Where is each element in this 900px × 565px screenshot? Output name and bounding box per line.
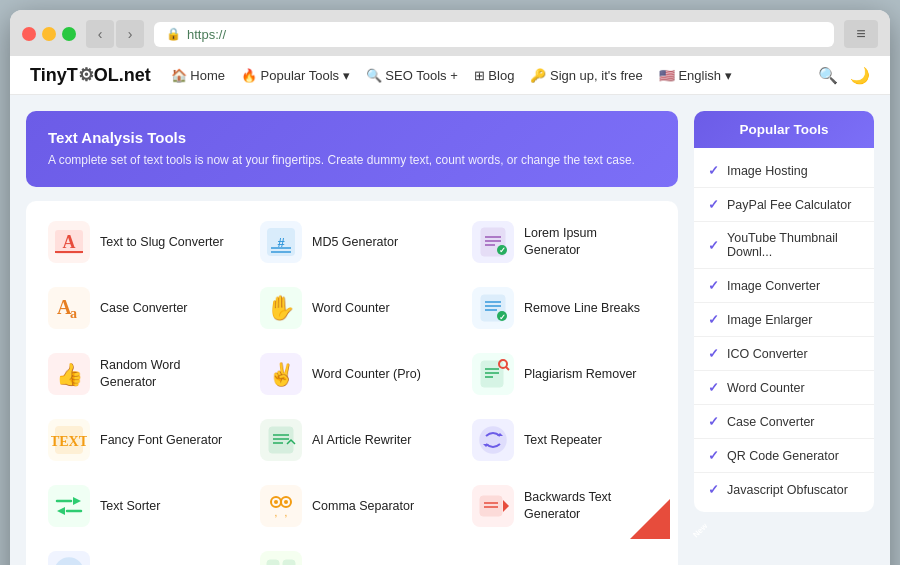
sidebar-list: ✓ Image Hosting ✓ PayPal Fee Calculator … xyxy=(694,148,874,512)
tool-text-compare[interactable]: ? Text Compare xyxy=(246,539,458,565)
hero-title: Text Analysis Tools xyxy=(48,129,656,146)
sidebar-item-ico[interactable]: ✓ ICO Converter xyxy=(694,337,874,371)
check-icon: ✓ xyxy=(708,414,719,429)
search-icon[interactable]: 🔍 xyxy=(818,66,838,85)
sidebar-item-youtube[interactable]: ✓ YouTube Thumbnail Downl... xyxy=(694,222,874,269)
tool-name-word-counter: Word Counter xyxy=(312,300,390,317)
close-button[interactable] xyxy=(22,27,36,41)
url-text: https:// xyxy=(187,27,226,42)
svg-text:✓: ✓ xyxy=(499,246,506,255)
tool-fancy-font[interactable]: TEXT Fancy Font Generator xyxy=(34,407,246,473)
hero-banner: Text Analysis Tools A complete set of te… xyxy=(26,111,678,187)
tool-case[interactable]: A a Case Converter xyxy=(34,275,246,341)
sidebar-item-label: QR Code Generator xyxy=(727,449,839,463)
svg-text:a: a xyxy=(70,306,77,321)
svg-text:✌: ✌ xyxy=(268,361,296,388)
content-left: Text Analysis Tools A complete set of te… xyxy=(26,111,678,565)
sidebar-item-case-converter[interactable]: ✓ Case Converter xyxy=(694,405,874,439)
tool-md5[interactable]: # MD5 Generator xyxy=(246,209,458,275)
check-icon: ✓ xyxy=(708,163,719,178)
tool-icon-word: ✋ xyxy=(260,287,302,329)
tool-random-word[interactable]: 👍 Random Word Generator xyxy=(34,341,246,407)
dark-mode-icon[interactable]: 🌙 xyxy=(850,66,870,85)
sidebar-item-qr-code[interactable]: ✓ QR Code Generator xyxy=(694,439,874,473)
tools-grid: A Text to Slug Converter # xyxy=(26,201,678,565)
tool-name-md5: MD5 Generator xyxy=(312,234,398,251)
check-icon: ✓ xyxy=(708,346,719,361)
sidebar-item-paypal[interactable]: ✓ PayPal Fee Calculator xyxy=(694,188,874,222)
sidebar-item-label: Image Converter xyxy=(727,279,820,293)
sidebar-item-image-converter[interactable]: ✓ Image Converter xyxy=(694,269,874,303)
nav-home[interactable]: 🏠 Home xyxy=(171,68,225,83)
tool-icon-ai xyxy=(260,419,302,461)
tool-name-text-sorter: Text Sorter xyxy=(100,498,160,515)
nav-language[interactable]: 🇺🇸 English ▾ xyxy=(659,68,732,83)
sidebar-item-image-hosting[interactable]: ✓ Image Hosting xyxy=(694,154,874,188)
nav-signup[interactable]: 🔑 Sign up, it's free xyxy=(530,68,642,83)
check-icon: ✓ xyxy=(708,380,719,395)
tool-word-counter-pro[interactable]: ✌ Word Counter (Pro) xyxy=(246,341,458,407)
sidebar-item-label: YouTube Thumbnail Downl... xyxy=(727,231,860,259)
svg-rect-55 xyxy=(267,560,279,565)
nav-blog[interactable]: ⊞ Blog xyxy=(474,68,515,83)
tool-name-fancy-font: Fancy Font Generator xyxy=(100,432,222,449)
nav-popular-tools[interactable]: 🔥 Popular Tools ▾ xyxy=(241,68,350,83)
tool-icon-lorem: ✓ xyxy=(472,221,514,263)
new-badge-backwards xyxy=(630,499,670,539)
check-icon: ✓ xyxy=(708,312,719,327)
tool-name-text-repeater: Text Repeater xyxy=(524,432,602,449)
sidebar-item-word-counter[interactable]: ✓ Word Counter xyxy=(694,371,874,405)
tool-text-sorter[interactable]: Text Sorter xyxy=(34,473,246,539)
svg-text:✓: ✓ xyxy=(499,313,506,322)
lock-icon: 🔒 xyxy=(166,27,181,41)
tool-icon-text-repeater xyxy=(472,419,514,461)
back-button[interactable]: ‹ xyxy=(86,20,114,48)
tool-icon-backwards xyxy=(472,485,514,527)
browser-window: ‹ › 🔒 https:// ≡ TinyT⚙OL.net 🏠 Home 🔥 P… xyxy=(10,10,890,565)
tool-remove-line[interactable]: ✓ Remove Line Breaks xyxy=(458,275,670,341)
tool-name-ai-rewriter: AI Article Rewriter xyxy=(312,432,411,449)
tool-lorem[interactable]: ✓ Lorem Ipsum Generator xyxy=(458,209,670,275)
tool-word-counter[interactable]: ✋ Word Counter xyxy=(246,275,458,341)
check-icon: ✓ xyxy=(708,238,719,253)
check-icon: ✓ xyxy=(708,448,719,463)
svg-text:✋: ✋ xyxy=(266,293,296,322)
tool-backwards-text[interactable]: Backwards Text Generator xyxy=(458,473,670,539)
tool-icon-comma: , , xyxy=(260,485,302,527)
site-header: TinyT⚙OL.net 🏠 Home 🔥 Popular Tools ▾ 🔍 … xyxy=(10,56,890,95)
header-right: 🔍 🌙 xyxy=(818,66,870,85)
tool-hashtags[interactable]: # Text to Hashtags xyxy=(34,539,246,565)
tool-comma-separator[interactable]: , , Comma Separator xyxy=(246,473,458,539)
svg-rect-56 xyxy=(283,560,295,565)
tool-icon-hashtags: # xyxy=(48,551,90,565)
tool-plagiarism[interactable]: Plagiarism Remover xyxy=(458,341,670,407)
tool-name-case: Case Converter xyxy=(100,300,188,317)
tool-icon-remove: ✓ xyxy=(472,287,514,329)
svg-text:A: A xyxy=(63,232,76,252)
tool-name-comma-separator: Comma Separator xyxy=(312,498,414,515)
nav-seo-tools[interactable]: 🔍 SEO Tools + xyxy=(366,68,458,83)
svg-text:,: , xyxy=(275,507,278,518)
svg-rect-32 xyxy=(269,427,293,453)
site-logo[interactable]: TinyT⚙OL.net xyxy=(30,64,151,86)
tool-name-word-counter-pro: Word Counter (Pro) xyxy=(312,366,421,383)
hero-description: A complete set of text tools is now at y… xyxy=(48,151,656,169)
tool-text-to-slug[interactable]: A Text to Slug Converter xyxy=(34,209,246,275)
tool-icon-text-compare: ? xyxy=(260,551,302,565)
maximize-button[interactable] xyxy=(62,27,76,41)
minimize-button[interactable] xyxy=(42,27,56,41)
check-icon: ✓ xyxy=(708,197,719,212)
browser-menu-button[interactable]: ≡ xyxy=(844,20,878,48)
sidebar-item-js-obfuscator[interactable]: ✓ Javascript Obfuscator xyxy=(694,473,874,506)
forward-button[interactable]: › xyxy=(116,20,144,48)
tool-name-plagiarism: Plagiarism Remover xyxy=(524,366,637,383)
sidebar-item-label: Image Hosting xyxy=(727,164,808,178)
svg-line-29 xyxy=(506,367,509,370)
sidebar-item-label: Case Converter xyxy=(727,415,815,429)
tool-text-repeater[interactable]: Text Repeater xyxy=(458,407,670,473)
tool-ai-rewriter[interactable]: AI Article Rewriter xyxy=(246,407,458,473)
address-bar[interactable]: 🔒 https:// xyxy=(154,22,834,47)
tool-icon-case: A a xyxy=(48,287,90,329)
sidebar-item-image-enlarger[interactable]: ✓ Image Enlarger xyxy=(694,303,874,337)
sidebar-item-label: Image Enlarger xyxy=(727,313,812,327)
